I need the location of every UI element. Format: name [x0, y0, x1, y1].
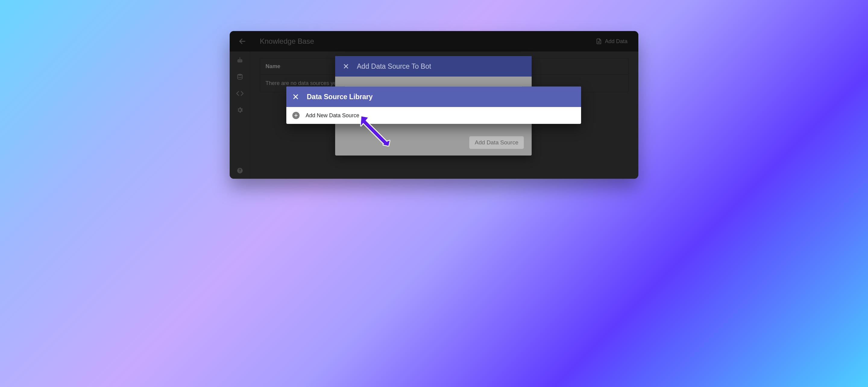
document-icon [596, 38, 602, 44]
sidebar-item-code[interactable] [236, 90, 244, 97]
modal-library: Data Source Library Add New Data Source [286, 87, 581, 124]
modal-add-close-button[interactable] [343, 63, 349, 69]
help-button[interactable] [237, 167, 243, 174]
svg-point-5 [240, 61, 241, 61]
code-icon [236, 90, 244, 97]
svg-point-8 [238, 74, 242, 76]
page-title: Knowledge Base [260, 37, 314, 46]
add-new-data-source-label: Add New Data Source [306, 112, 359, 119]
sidebar-item-data[interactable] [236, 73, 244, 81]
add-data-source-label: Add Data Source [475, 139, 518, 146]
robot-icon [236, 57, 244, 64]
help-icon [237, 167, 243, 174]
modal-library-header: Data Source Library [286, 87, 581, 107]
sidebar-bottom [237, 123, 243, 179]
svg-point-7 [239, 58, 240, 58]
database-icon [236, 73, 244, 81]
arrow-left-icon [239, 37, 246, 45]
add-data-button[interactable]: Add Data [592, 36, 631, 47]
header: Knowledge Base Add Data [230, 31, 638, 52]
gear-icon [236, 107, 244, 114]
modal-library-close-button[interactable] [292, 93, 299, 100]
back-button[interactable] [237, 36, 248, 47]
svg-point-10 [239, 172, 240, 172]
modal-library-title: Data Source Library [307, 93, 373, 101]
modal-add-title: Add Data Source To Bot [357, 62, 431, 70]
sidebar-item-settings[interactable] [236, 107, 244, 114]
add-data-source-button[interactable]: Add Data Source [469, 136, 524, 149]
svg-rect-3 [238, 59, 242, 62]
close-icon [343, 63, 349, 69]
sidebar-item-bot[interactable] [236, 57, 244, 64]
plus-circle-icon [292, 112, 300, 119]
add-data-label: Add Data [605, 38, 627, 44]
sidebar [230, 52, 250, 179]
close-icon [292, 93, 299, 100]
plus-icon [294, 113, 298, 118]
svg-point-4 [239, 61, 239, 61]
modal-add-header: Add Data Source To Bot [335, 56, 532, 77]
app-window: Knowledge Base Add Data [230, 31, 638, 179]
add-new-data-source-row[interactable]: Add New Data Source [286, 107, 581, 124]
